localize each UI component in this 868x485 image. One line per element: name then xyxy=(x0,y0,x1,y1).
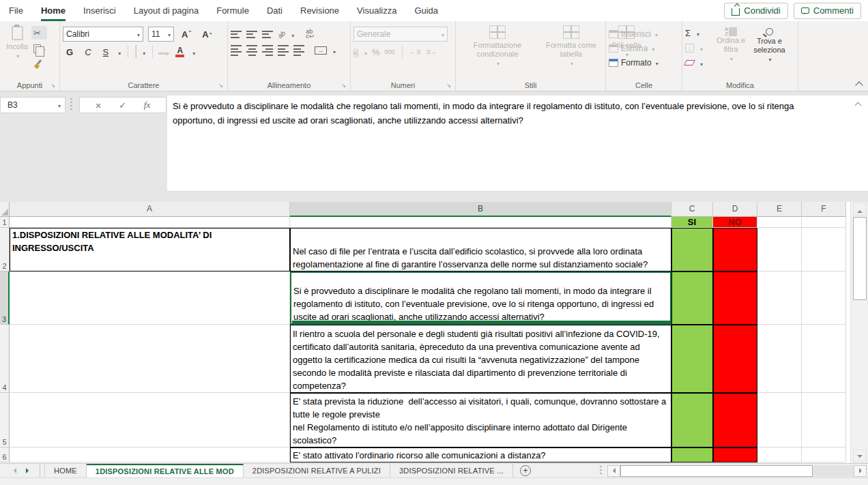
tab-file[interactable]: File xyxy=(0,0,32,21)
cancel-entry-button[interactable]: × xyxy=(96,100,102,111)
select-all-corner[interactable] xyxy=(0,202,10,217)
column-header-B[interactable]: B xyxy=(290,202,671,217)
formula-input[interactable]: Si è provveduto a disciplinare le modali… xyxy=(167,95,868,192)
row-header-1[interactable]: 1 xyxy=(0,217,10,228)
fill-handle[interactable] xyxy=(292,321,671,324)
row-header-3[interactable]: 3 xyxy=(0,271,10,325)
align-left-button[interactable] xyxy=(231,45,242,56)
fill-button[interactable]: ↓ xyxy=(685,42,712,54)
new-sheet-button[interactable]: + xyxy=(520,465,531,476)
horizontal-scroll-track[interactable] xyxy=(813,465,854,477)
numeri-dialog-launcher-icon[interactable] xyxy=(445,81,452,89)
comments-button[interactable]: Commenti xyxy=(794,3,861,19)
merge-center-button[interactable]: ↔ xyxy=(315,46,327,55)
sheet-tab-2disposizioni[interactable]: 2DISPOSIZIONI RELATIVE A PULIZI xyxy=(244,464,390,477)
delete-cells-button[interactable]: Elimina xyxy=(609,41,679,55)
vertical-scrollbar[interactable] xyxy=(850,202,868,463)
column-header-E[interactable]: E xyxy=(757,202,802,217)
cell-A2[interactable]: 1.DISPOSIZIONI RELATIVE ALLE MODALITA’ D… xyxy=(10,228,290,271)
cell-C6[interactable] xyxy=(671,447,713,462)
font-size-select[interactable]: 11 xyxy=(148,27,174,42)
cut-button[interactable]: ✂ xyxy=(31,26,47,40)
cell-D5[interactable] xyxy=(713,393,757,447)
sheet-tab-1disposizioni[interactable]: 1DISPOSIZIONI RELATIVE ALLE MOD xyxy=(87,464,244,477)
cell-A3[interactable] xyxy=(10,271,290,325)
confirm-entry-button[interactable]: ✓ xyxy=(119,100,126,111)
cell-D1[interactable]: NO xyxy=(713,217,757,228)
collapse-formula-bar-icon[interactable] xyxy=(854,101,861,106)
sheet-nav-prev-icon[interactable] xyxy=(14,468,16,473)
percent-format-button[interactable]: % xyxy=(372,47,380,57)
copy-button[interactable] xyxy=(31,42,47,55)
row-header-6[interactable]: 6 xyxy=(0,447,10,462)
sheet-tab-home[interactable]: HOME xyxy=(44,464,87,477)
column-header-A[interactable]: A xyxy=(10,202,290,217)
tab-dati[interactable]: Dati xyxy=(258,0,291,21)
cell-E4[interactable] xyxy=(757,325,802,393)
increase-decimal-button[interactable]: ←.0 xyxy=(409,49,421,55)
orientation-button[interactable]: ab xyxy=(276,29,287,40)
cell-C5[interactable] xyxy=(671,393,713,447)
scroll-down-icon[interactable] xyxy=(853,450,867,462)
name-box[interactable]: B3 xyxy=(0,97,66,113)
paste-button[interactable]: Incolla xyxy=(3,24,31,78)
insert-cells-button[interactable]: Inserisci xyxy=(609,27,679,41)
scroll-up-icon[interactable] xyxy=(853,203,867,216)
borders-button[interactable] xyxy=(135,46,136,58)
align-center-button[interactable] xyxy=(246,45,257,56)
format-painter-button[interactable] xyxy=(31,57,47,71)
cell-C4[interactable] xyxy=(671,325,713,393)
font-name-select[interactable]: Calibri xyxy=(63,27,143,42)
cell-F6[interactable] xyxy=(802,447,846,462)
cell-A6[interactable] xyxy=(10,447,290,462)
cell-B3[interactable]: Si è provveduto a disciplinare le modali… xyxy=(290,271,671,325)
cell-C3[interactable] xyxy=(671,271,713,325)
cell-D6[interactable] xyxy=(713,447,757,462)
clear-button[interactable] xyxy=(685,57,712,69)
format-as-table-button[interactable]: Formatta come tabella xyxy=(536,24,606,78)
align-middle-button[interactable] xyxy=(246,31,257,38)
cell-D4[interactable] xyxy=(713,325,757,393)
cell-F5[interactable] xyxy=(802,393,846,447)
column-header-D[interactable]: D xyxy=(713,202,757,217)
tab-inserisci[interactable]: Inserisci xyxy=(74,0,125,21)
vertical-scroll-thumb[interactable] xyxy=(853,217,867,300)
appunti-dialog-launcher-icon[interactable] xyxy=(49,81,57,89)
cell-B1[interactable] xyxy=(290,217,671,228)
cell-A5[interactable] xyxy=(10,393,290,447)
bold-button[interactable]: G xyxy=(63,47,76,57)
cell-F3[interactable] xyxy=(802,271,846,325)
increase-font-button[interactable]: A xyxy=(179,29,194,40)
align-right-button[interactable] xyxy=(262,45,273,56)
cell-B6[interactable]: E' stato attivato l'ordinario ricorso al… xyxy=(290,447,671,462)
row-header-2[interactable]: 2 xyxy=(0,228,10,271)
column-header-F[interactable]: F xyxy=(802,202,846,217)
cell-E1[interactable] xyxy=(757,217,802,228)
tab-layout-di-pagina[interactable]: Layout di pagina xyxy=(125,0,207,21)
row-header-5[interactable]: 5 xyxy=(0,393,10,447)
cell-D2[interactable] xyxy=(713,228,757,271)
tab-formule[interactable]: Formule xyxy=(207,0,258,21)
horizontal-scrollbar[interactable] xyxy=(607,465,867,477)
sheet-tab-3disposizioni[interactable]: 3DISPOSIZIONI RELATIVE ... xyxy=(390,464,513,477)
cell-B4[interactable]: Il rientro a scuola del personale e degl… xyxy=(290,325,671,393)
number-format-select[interactable]: Generale xyxy=(353,27,448,42)
wrap-text-button[interactable]: abc↩ xyxy=(306,29,314,39)
tab-visualizza[interactable]: Visualizza xyxy=(348,0,405,21)
tab-home[interactable]: Home xyxy=(32,0,74,21)
share-button[interactable]: Condividi xyxy=(724,3,787,19)
font-color-button[interactable]: A xyxy=(173,47,186,57)
find-select-button[interactable]: Trova e seleziona xyxy=(749,24,789,78)
insert-function-button[interactable]: fx xyxy=(144,100,150,111)
thousands-format-button[interactable]: 000 xyxy=(385,48,395,55)
underline-button[interactable]: S xyxy=(100,47,113,57)
carattere-dialog-launcher-icon[interactable] xyxy=(217,81,225,89)
autosum-button[interactable]: Σ xyxy=(685,27,712,39)
cell-F1[interactable] xyxy=(802,217,846,228)
decrease-font-button[interactable]: A xyxy=(199,29,215,40)
cell-B5[interactable]: E' stata prevista la riduzione dell’acce… xyxy=(290,393,671,447)
sheet-nav-next-icon[interactable] xyxy=(26,468,29,473)
conditional-formatting-button[interactable]: Formattazione condizionale xyxy=(459,24,536,78)
cell-C1[interactable]: SI xyxy=(671,217,713,228)
scroll-right-icon[interactable] xyxy=(854,465,867,477)
